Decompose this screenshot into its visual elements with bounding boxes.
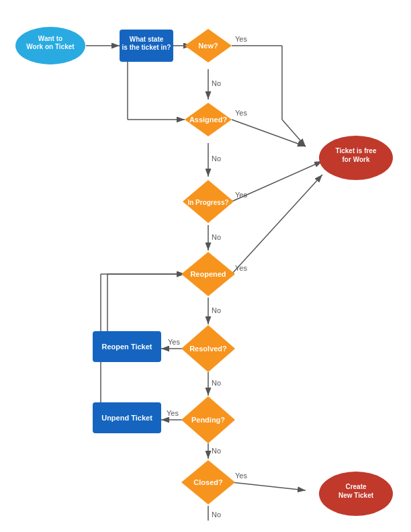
svg-line-23 — [232, 482, 306, 490]
pending-label: Pending? — [191, 416, 225, 424]
assigned-yes-label: Yes — [235, 109, 247, 117]
resolved-yes-label: Yes — [168, 338, 180, 346]
ticket-free-label1: Ticket is free — [336, 147, 377, 154]
reopened-yes-label: Yes — [235, 264, 247, 272]
new-yes-label: Yes — [235, 35, 247, 43]
closed-label: Closed? — [193, 478, 223, 486]
create-new-label1: Create — [345, 483, 367, 490]
new-no-label: No — [212, 79, 221, 87]
pending-yes-label: Yes — [167, 409, 179, 417]
want-to-work-label2: Work on Ticket — [26, 43, 75, 50]
resolved-no-label: No — [212, 379, 221, 387]
svg-line-11 — [232, 175, 322, 274]
assigned-no-label: No — [212, 154, 221, 163]
svg-text:is the ticket in?: is the ticket in? — [122, 44, 171, 51]
inprogress-label: In Progress? — [187, 199, 228, 206]
closed-no-label: No — [212, 511, 221, 519]
create-new-label2: New Ticket — [338, 492, 374, 499]
new-label: New? — [198, 42, 218, 50]
inprogress-no-label: No — [212, 233, 221, 241]
inprogress-yes-label: Yes — [235, 191, 247, 199]
closed-yes-label: Yes — [235, 472, 247, 480]
reopen-ticket-label: Reopen Ticket — [102, 343, 152, 351]
unpend-ticket-label: Unpend Ticket — [101, 414, 152, 422]
want-to-work-label: Want to — [38, 35, 62, 42]
svg-line-5 — [232, 120, 306, 146]
reopened-label: Reopened — [190, 270, 226, 278]
pending-no-label: No — [212, 447, 221, 455]
assigned-label: Assigned? — [189, 116, 228, 124]
reopened-no-label: No — [212, 306, 221, 314]
resolved-label: Resolved? — [189, 345, 227, 353]
ticket-free-label2: for Work — [342, 156, 370, 163]
what-state-label: What state — [130, 36, 164, 43]
